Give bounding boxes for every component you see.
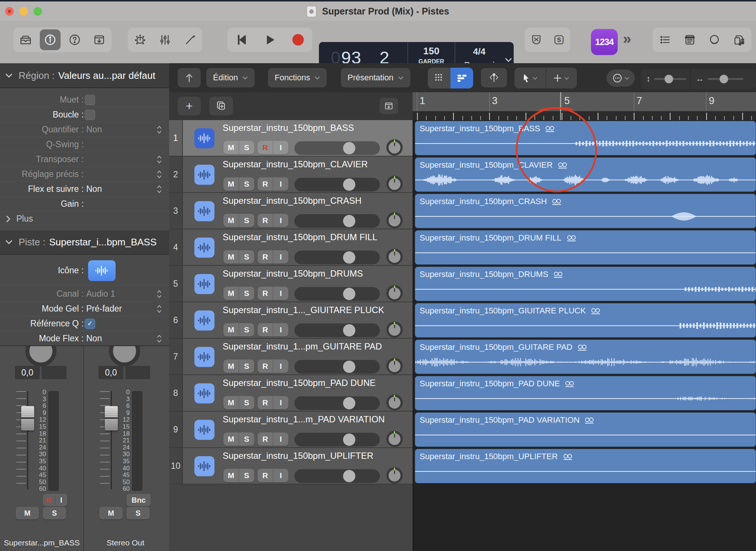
audio-region-2[interactable]: Superstar_instru_150bpm_CLAVIER — [415, 157, 756, 192]
volume-slider-thumb[interactable] — [343, 251, 355, 264]
volume-slider[interactable] — [294, 141, 380, 155]
record-enable-button[interactable]: R — [258, 432, 273, 446]
record-enable-button[interactable]: R — [258, 323, 273, 336]
unchecked-checkbox[interactable] — [85, 95, 95, 105]
pan-knob[interactable] — [386, 248, 403, 265]
param-value[interactable]: Audio 1 — [86, 289, 115, 299]
pointer-tool-menu[interactable] — [514, 68, 546, 88]
region-more-row[interactable]: Plus — [0, 211, 169, 226]
stepper-control[interactable] — [156, 125, 162, 137]
inspector-icon[interactable] — [40, 29, 61, 50]
volume-slider[interactable] — [294, 287, 380, 301]
event-list-icon[interactable] — [655, 29, 675, 50]
param-value[interactable]: Non — [86, 125, 102, 135]
input-monitor-button[interactable]: I — [273, 141, 288, 154]
playhead[interactable] — [560, 92, 561, 120]
horizontal-zoom-thumb[interactable] — [720, 75, 728, 83]
record-enable-button[interactable]: R — [258, 141, 273, 154]
record-enable-button[interactable]: R — [258, 360, 273, 373]
media-browser-icon[interactable] — [729, 29, 750, 50]
mute-button[interactable]: M — [223, 214, 239, 227]
count-in-button[interactable]: 1234 — [591, 29, 618, 55]
volume-slider[interactable] — [294, 360, 380, 374]
input-monitor-button[interactable]: I — [55, 496, 68, 505]
pan-knob[interactable] — [109, 345, 140, 367]
pan-knob[interactable] — [25, 345, 56, 367]
solo-button[interactable]: S — [239, 323, 254, 336]
track-name[interactable]: Superstar_instru_150bpm_DRUM FILL — [223, 232, 377, 242]
secondary-value-box[interactable] — [42, 366, 67, 379]
track-name[interactable]: Superstar_instru_150bpm_CRASH — [223, 196, 362, 206]
grid-view-icon[interactable] — [428, 68, 450, 88]
solo-button[interactable]: S — [126, 507, 150, 519]
vertical-zoom-slider[interactable] — [654, 78, 686, 80]
pan-knob[interactable] — [386, 284, 403, 302]
audio-region-3[interactable]: Superstar_instru_150bpm_CRASH — [415, 194, 756, 228]
audio-region-5[interactable]: Superstar_instru_150bpm_DRUMS — [415, 267, 756, 301]
audio-region-4[interactable]: Superstar_instru_150bpm_DRUM FILL — [415, 230, 756, 265]
audio-region-9[interactable]: Superstar_instru_150bpm_PAD VARIATION — [415, 412, 756, 447]
mixer-icon[interactable] — [155, 29, 175, 50]
secondary-value-box[interactable] — [125, 366, 150, 379]
param-value[interactable]: Non — [86, 334, 102, 344]
volume-fader[interactable] — [105, 406, 118, 431]
loop-browser-icon[interactable] — [704, 29, 725, 50]
track-name[interactable]: Superstar_instru_1...m_PAD VARIATION — [223, 414, 385, 425]
smart-controls-icon[interactable] — [130, 29, 151, 50]
solo-button[interactable]: S — [43, 507, 66, 519]
volume-slider-thumb[interactable] — [343, 434, 355, 446]
mute-button[interactable]: M — [223, 141, 239, 154]
track-header-10[interactable]: 10Superstar_instru_150bpm_UPLIFTERMSRI — [169, 448, 413, 484]
stepper-control[interactable] — [156, 289, 162, 301]
audio-region-6[interactable]: Superstar_instru_150bpm_GIUITARE PLUCK — [415, 303, 756, 338]
mute-button[interactable]: M — [223, 287, 239, 300]
solo-button[interactable]: S — [239, 469, 254, 482]
mute-button[interactable]: M — [99, 507, 123, 519]
track-name[interactable]: Superstar_instru_150bpm_PAD DUNE — [223, 378, 376, 388]
secondary-tool-menu[interactable] — [546, 68, 577, 88]
horizontal-zoom-slider[interactable] — [708, 78, 743, 80]
gain-value-box[interactable]: 0,0 — [15, 366, 40, 379]
timeline-ruler[interactable]: 13579 — [413, 92, 756, 120]
mute-button[interactable]: M — [223, 432, 239, 446]
play-icon[interactable] — [259, 29, 280, 50]
editors-icon[interactable] — [180, 29, 200, 50]
mute-button[interactable]: M — [223, 177, 239, 191]
menu-presentation[interactable]: Présentation — [341, 68, 410, 87]
pan-knob[interactable] — [386, 430, 403, 448]
solo-button[interactable]: S — [239, 432, 254, 446]
stepper-control[interactable] — [156, 170, 162, 181]
input-monitor-button[interactable]: I — [273, 469, 288, 482]
add-track-button[interactable]: + — [178, 97, 201, 115]
stepper-control[interactable] — [156, 184, 162, 196]
gain-value-box[interactable]: 0,0 — [98, 366, 123, 379]
record-enable-button[interactable]: R — [43, 496, 55, 505]
volume-slider[interactable] — [294, 178, 380, 191]
record-enable-button[interactable]: R — [258, 214, 273, 227]
menu-fonctions[interactable]: Fonctions — [268, 68, 327, 87]
volume-slider-thumb[interactable] — [343, 215, 355, 227]
mute-button[interactable]: M — [223, 360, 239, 373]
vertical-zoom-thumb[interactable] — [665, 75, 673, 83]
input-monitor-button[interactable]: I — [273, 396, 288, 409]
volume-slider[interactable] — [294, 396, 380, 410]
volume-slider[interactable] — [294, 433, 380, 447]
track-name[interactable]: Superstar_instru_1...pm_GUITARE PAD — [223, 341, 382, 352]
volume-slider-thumb[interactable] — [343, 324, 355, 336]
tuner-icon[interactable] — [526, 29, 547, 50]
track-header-9[interactable]: 9Superstar_instru_1...m_PAD VARIATIONMSR… — [169, 412, 413, 448]
library-icon[interactable] — [15, 29, 36, 50]
toolbar-toggle-icon[interactable] — [89, 29, 110, 50]
go-to-beginning-icon[interactable] — [231, 29, 252, 50]
track-section-header[interactable]: Piste : Superstar_i...bpm_BASS — [0, 230, 169, 255]
record-enable-button[interactable]: R — [258, 287, 273, 300]
track-name[interactable]: Superstar_instru_1..._GIUITARE PLUCK — [223, 305, 384, 315]
mute-button[interactable]: M — [223, 323, 239, 336]
menu-edition[interactable]: Édition — [206, 68, 255, 87]
track-header-4[interactable]: 4Superstar_instru_150bpm_DRUM FILLMSRI — [169, 229, 413, 266]
input-monitor-button[interactable]: I — [273, 432, 288, 446]
input-monitor-button[interactable]: I — [273, 250, 288, 264]
duplicate-track-button[interactable] — [209, 97, 233, 115]
flex-tool-icon[interactable] — [481, 68, 507, 87]
input-monitor-button[interactable]: I — [273, 287, 288, 300]
